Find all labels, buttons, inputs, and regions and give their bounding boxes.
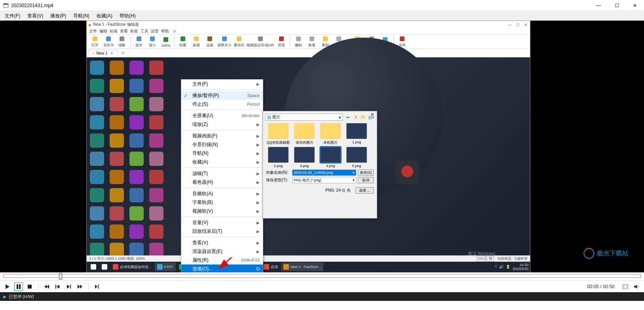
file-item[interactable]: 本机图片 — [318, 123, 343, 145]
context-menu-item[interactable]: 查看(V)▶ — [181, 238, 263, 247]
context-menu-item[interactable]: 选项(O)...O — [181, 264, 263, 272]
fs-lang[interactable]: CH 乙 简 — [477, 256, 494, 262]
toolbar-adjust-button[interactable]: 调整大小 — [217, 35, 232, 48]
fs-refresh-icon[interactable]: ⟳ — [173, 29, 176, 34]
fullscreen-button[interactable] — [621, 282, 630, 291]
file-item[interactable]: QQ浏览器截图 — [266, 123, 291, 145]
toolbar-zoom-in-button[interactable]: 放大 — [133, 35, 145, 48]
toolbar-edge-button[interactable]: 边缘 — [204, 35, 216, 48]
toolbar-undo-button[interactable]: 撤销 — [293, 35, 304, 48]
context-menu-item[interactable]: 视频画面(F)▶ — [181, 131, 263, 140]
toolbar-open-button[interactable]: 打开 — [89, 35, 101, 48]
seekbar[interactable] — [3, 274, 641, 278]
toolbar-light-button[interactable]: 聚光灯 — [233, 35, 245, 48]
volume-button[interactable] — [632, 282, 641, 291]
context-menu-item[interactable]: 音量(V)▶ — [181, 218, 263, 227]
file-item[interactable]: 保存的图片 — [292, 123, 317, 145]
save-button[interactable]: 保存(S) — [358, 169, 374, 176]
filetype-select[interactable]: PNG 格式 (*.png)▾ — [292, 177, 356, 183]
fs-menu-item[interactable]: 编辑 — [99, 29, 107, 34]
minimize-button[interactable]: — — [589, 0, 608, 11]
toolbar-zoom-out-button[interactable]: 缩小 — [146, 35, 158, 48]
context-menu-item[interactable]: 全景扫描(N)▶ — [181, 140, 263, 149]
newfolder-icon[interactable]: 📁 — [360, 114, 367, 120]
play-button[interactable] — [3, 282, 12, 291]
save-dialog-close-icon[interactable]: ✕ — [369, 112, 375, 117]
context-menu-item[interactable]: 全屏幕(U)Alt+Enter — [181, 111, 263, 120]
up-icon[interactable]: ⬆ — [352, 114, 359, 120]
menu-favorites[interactable]: 收藏(A) — [93, 12, 116, 20]
fs-menu-item[interactable]: 设置 — [151, 29, 159, 34]
fs-menu-item[interactable]: 工具 — [141, 29, 148, 34]
menu-help[interactable]: 帮助(H) — [116, 12, 139, 20]
toolbar-brush-button[interactable]: 画笔 — [275, 35, 287, 48]
filename-input[interactable]: 2023-02-20_143029.png▾ — [292, 169, 356, 176]
context-menu-item[interactable]: 字幕轨(B)▶ — [181, 198, 263, 207]
save-lookin-select[interactable]: 🖼 图片 ▾ — [265, 114, 343, 121]
fs-tab[interactable]: • New 1 ✕ — [88, 50, 118, 56]
toolbar-draw-button[interactable]: 绘图 — [177, 35, 189, 48]
pause-button[interactable] — [14, 282, 23, 291]
context-menu-item[interactable]: 回放结束后(T)▶ — [181, 227, 263, 236]
file-item[interactable]: 2.png — [266, 147, 291, 168]
fs-tab-add[interactable]: + — [118, 49, 127, 57]
taskbar-item[interactable] — [99, 262, 110, 271]
step-back-button[interactable] — [53, 282, 62, 291]
toolbar-redo-button[interactable]: 恢复 — [306, 35, 318, 48]
context-menu-item[interactable]: 滤镜(T)▶ — [181, 169, 263, 178]
context-menu-item[interactable]: 属性(R)Shift+F10 — [181, 256, 263, 264]
menu-play[interactable]: 播放(P) — [47, 12, 69, 20]
menu-view[interactable]: 查看(V) — [24, 12, 46, 20]
options-button[interactable]: 选项 ... — [355, 187, 374, 194]
toolbar-save-button[interactable]: 另存为 — [103, 35, 114, 48]
skip-forward-button[interactable] — [76, 282, 84, 291]
video-area[interactable]: ◆ New 1 - FastStone 编辑器 — ☐ ✕ 文件 编辑 绘画 查… — [0, 21, 644, 272]
file-item[interactable]: 3.png — [292, 147, 317, 168]
context-menu-item[interactable]: 停止(S)Period — [181, 100, 263, 108]
toolbar-grid-button[interactable]: 缩略 — [116, 35, 128, 48]
context-menu-item[interactable]: 文件(F)▶ — [181, 80, 263, 88]
toolbar-fit-button[interactable]: 100% — [160, 36, 172, 48]
menu-file[interactable]: 文件(F) — [2, 12, 23, 20]
taskbar-item[interactable]: 必须电脑版如何使... — [110, 262, 154, 271]
skip-back-button[interactable] — [42, 282, 51, 291]
step-forward-button[interactable] — [65, 282, 73, 291]
context-menu-item[interactable]: 缩放(Z)▶ — [181, 120, 263, 129]
toolbar-note-button[interactable]: 标题 — [190, 35, 202, 48]
taskbar-item[interactable]: KTKT — [155, 262, 176, 271]
cancel-button[interactable]: 取消 — [358, 177, 374, 183]
draw-icon — [179, 35, 186, 42]
tray-icon[interactable]: ^ — [495, 265, 497, 269]
close-button[interactable]: ✕ — [626, 0, 644, 11]
frame-step-button[interactable] — [93, 282, 101, 291]
context-menu-item[interactable]: 渲染器设置(E)▶ — [181, 247, 263, 256]
back-icon[interactable]: ⬅ — [344, 114, 351, 120]
fs-menu-item[interactable]: 帮助 — [161, 29, 169, 34]
fs-close[interactable]: ✕ — [523, 23, 528, 27]
taskbar-item[interactable]: 必须 — [261, 262, 280, 271]
context-menu-item[interactable]: 着色器(H)▶ — [181, 178, 263, 186]
seek-thumb[interactable] — [59, 273, 62, 280]
context-menu-item[interactable]: 音频轨(A)▶ — [181, 189, 263, 198]
file-item[interactable]: 1.png — [344, 123, 369, 145]
toolbar-blur-button[interactable]: 模糊选定区域100 — [247, 35, 274, 48]
context-menu-item[interactable]: 视频轨(V)▶ — [181, 207, 263, 215]
file-item[interactable]: 4.png — [318, 147, 343, 168]
context-menu-item[interactable]: 收藏(A)▶ — [181, 158, 263, 166]
fs-tab-close-icon[interactable]: ✕ — [110, 51, 113, 55]
fs-menu-item[interactable]: 标签 — [130, 29, 138, 34]
fs-minimize[interactable]: — — [507, 23, 513, 27]
fs-menu-item[interactable]: 绘画 — [110, 29, 118, 34]
taskbar-item[interactable]: New 1 - FastSton... — [281, 262, 323, 271]
maximize-button[interactable]: ☐ — [608, 0, 626, 11]
file-item[interactable]: 5.png — [344, 147, 369, 168]
desktop-icon — [90, 97, 104, 111]
fs-menu-item[interactable]: 查看 — [120, 29, 128, 34]
stop-button[interactable] — [25, 282, 34, 291]
context-menu-item[interactable]: ✓播放/暂停(P)Space — [181, 91, 263, 100]
fs-maximize[interactable]: ☐ — [515, 23, 521, 27]
menu-navigate[interactable]: 导航(N) — [70, 12, 93, 20]
context-menu-item[interactable]: 导航(N)▶ — [181, 149, 263, 158]
fs-menu-item[interactable]: 文件 — [89, 29, 97, 34]
taskbar-item[interactable] — [88, 262, 99, 271]
